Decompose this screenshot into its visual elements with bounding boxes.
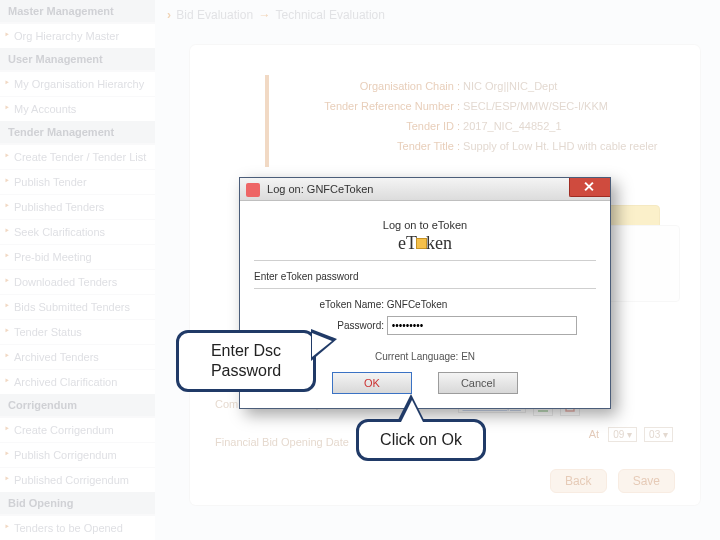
hour-select[interactable]: 09 ▾ [608, 427, 637, 442]
logo-square-icon [416, 238, 427, 249]
sidebar-header-bid-opening: Bid Opening [0, 492, 155, 515]
lang-value: EN [461, 351, 475, 362]
sidebar-item-seek-clarifications[interactable]: Seek Clarifications [0, 219, 155, 244]
sidebar-item-tenders-to-open[interactable]: Tenders to be Opened [0, 515, 155, 540]
dialog-subtitle: Log on to eToken [254, 219, 596, 231]
sidebar-item-my-accounts[interactable]: My Accounts [0, 96, 155, 121]
chevron-right-icon: › [167, 8, 171, 22]
dialog-title: Log on: GNFCeToken [267, 183, 373, 195]
info-label: Tender Reference Number : [270, 100, 460, 112]
breadcrumb-a: Bid Evaluation [176, 8, 253, 22]
breadcrumb: › Bid Evaluation → Technical Evaluation [165, 8, 720, 22]
at-label: At [589, 428, 599, 440]
dialog-prompt: Enter eToken password [254, 271, 596, 282]
app-icon [246, 183, 260, 197]
sidebar-header-master: Master Management [0, 0, 155, 23]
tender-info: Organisation Chain : NIC Org||NIC_Dept T… [270, 80, 658, 160]
ok-button[interactable]: OK [332, 372, 412, 394]
sidebar-item-publish-corrigendum[interactable]: Publish Corrigendum [0, 442, 155, 467]
sidebar-item-published-tenders[interactable]: Published Tenders [0, 194, 155, 219]
callout-enter-password: Enter Dsc Password [176, 330, 316, 392]
etoken-name-label: eToken Name: [254, 299, 384, 310]
lang-label: Current Language: [375, 351, 458, 362]
sidebar-header-user: User Management [0, 48, 155, 71]
sidebar-item-my-org[interactable]: My Organisation Hierarchy [0, 71, 155, 96]
info-label: Organisation Chain : [270, 80, 460, 92]
accent-bar [265, 75, 269, 167]
close-icon[interactable] [569, 178, 610, 197]
sidebar-item-tender-status[interactable]: Tender Status [0, 319, 155, 344]
sidebar: Master Management Org Hierarchy Master U… [0, 0, 155, 540]
sidebar-item-archived-tenders[interactable]: Archived Tenders [0, 344, 155, 369]
info-label: Tender ID : [270, 120, 460, 132]
sidebar-item-prebid-meeting[interactable]: Pre-bid Meeting [0, 244, 155, 269]
arrow-icon: → [258, 8, 270, 22]
sidebar-item-archived-clarification[interactable]: Archived Clarification [0, 369, 155, 394]
breadcrumb-b: Technical Evaluation [276, 8, 385, 22]
etoken-name-value: GNFCeToken [387, 299, 448, 310]
minute-select[interactable]: 03 ▾ [644, 427, 673, 442]
password-input[interactable] [387, 316, 577, 335]
save-button[interactable]: Save [618, 469, 675, 493]
info-value: SECL/ESP/MMW/SEC-I/KKM [463, 100, 608, 112]
sidebar-item-downloaded-tenders[interactable]: Downloaded Tenders [0, 269, 155, 294]
sidebar-item-publish-tender[interactable]: Publish Tender [0, 169, 155, 194]
sidebar-item-create-tender[interactable]: Create Tender / Tender List [0, 144, 155, 169]
etoken-logo: eTken [254, 233, 596, 254]
dialog-titlebar[interactable]: Log on: GNFCeToken [240, 178, 610, 201]
info-label: Tender Title : [270, 140, 460, 152]
back-button[interactable]: Back [550, 469, 607, 493]
info-value: Supply of Low Ht. LHD with cable reeler [463, 140, 657, 152]
sidebar-item-published-corrigendum[interactable]: Published Corrigendum [0, 467, 155, 492]
info-value: 2017_NIC_44852_1 [463, 120, 561, 132]
sidebar-item-bids-submitted[interactable]: Bids Submitted Tenders [0, 294, 155, 319]
sidebar-item-create-corrigendum[interactable]: Create Corrigendum [0, 417, 155, 442]
sidebar-item-org-hierarchy[interactable]: Org Hierarchy Master [0, 23, 155, 48]
sidebar-header-corrigendum: Corrigendum [0, 394, 155, 417]
callout-click-ok: Click on Ok [356, 419, 486, 461]
info-value: NIC Org||NIC_Dept [463, 80, 557, 92]
cancel-button[interactable]: Cancel [438, 372, 518, 394]
sidebar-header-tender: Tender Management [0, 121, 155, 144]
